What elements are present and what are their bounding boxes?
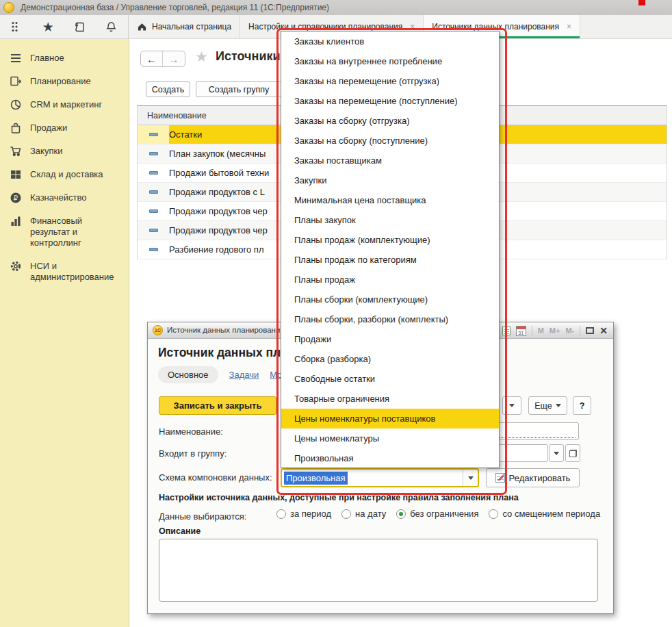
tab-home[interactable]: Начальная страница (129, 15, 240, 38)
dropdown-item[interactable]: Планы продаж (комплектующие) (281, 230, 499, 250)
sidebar-item-main[interactable]: Главное (0, 47, 127, 70)
radio-option[interactable]: за период (276, 509, 331, 519)
forward-button[interactable]: → (163, 51, 185, 66)
hamburger-icon (10, 52, 22, 64)
dropdown-item[interactable]: Заказы на перемещение (поступление) (281, 91, 499, 111)
description-textarea[interactable] (159, 539, 598, 602)
edit-schema-button[interactable]: Редактировать (486, 468, 580, 487)
dropdown-item[interactable]: Продажи (281, 329, 499, 349)
radio-icon (341, 509, 351, 519)
save-and-close-button[interactable]: Записать и закрыть (159, 396, 276, 415)
item-marker-cell (138, 125, 169, 144)
window-title: Демонстрационная база / Управление торго… (21, 3, 329, 12)
radio-option[interactable]: со смещением периода (489, 509, 600, 519)
sidebar-item-crm[interactable]: CRM и маркетинг (0, 93, 127, 116)
planning-icon (10, 75, 22, 88)
radio-label: за период (290, 509, 331, 519)
dropdown-item[interactable]: Заказы клиентов (281, 31, 499, 51)
dropdown-item[interactable]: Заказы на сборку (поступление) (281, 131, 499, 151)
schema-selected-value: Произвольная (284, 472, 348, 485)
history-icon[interactable] (73, 20, 87, 34)
notifications-bell-icon[interactable] (105, 20, 118, 34)
group-field-label: Входит в группу: (159, 448, 227, 459)
open-window-icon (569, 450, 577, 457)
home-icon (137, 22, 147, 31)
radio-option[interactable]: без ограничения (396, 509, 478, 519)
calendar-icon[interactable]: 31 (516, 326, 526, 336)
calc-mminus-button[interactable]: M- (565, 327, 574, 335)
item-marker-cell (138, 240, 169, 259)
tab-home-label: Начальная страница (152, 22, 231, 31)
window-titlebar: Демонстрационная база / Управление торго… (0, 0, 672, 15)
sidebar-item-label: Главное (30, 53, 64, 63)
sidebar-item-admin[interactable]: НСИ и администрирование (0, 255, 127, 289)
dropdown-item[interactable]: Минимальная цена поставщика (281, 190, 499, 210)
radio-option[interactable]: на дату (341, 509, 386, 519)
service-menu-icon[interactable] (10, 20, 23, 34)
favorite-star-icon[interactable]: ★ (195, 49, 208, 65)
dropdown-item[interactable]: Заказы на перемещение (отгрузка) (281, 71, 499, 91)
description-label: Описание (159, 526, 201, 536)
chevron-down-icon (468, 476, 474, 480)
create-button[interactable]: Создать (146, 81, 190, 97)
recording-red-dot (638, 0, 645, 5)
sidebar-item-planning[interactable]: Планирование (0, 70, 127, 93)
group-open-button[interactable] (565, 444, 580, 462)
dropdown-item[interactable]: Свободные остатки (281, 369, 499, 389)
edit-schema-label: Редактировать (509, 473, 571, 483)
back-button[interactable]: ← (141, 51, 163, 66)
dropdown-item[interactable]: Товарные ограничения (281, 389, 499, 409)
schema-combobox[interactable]: Произвольная (281, 468, 479, 487)
dropdown-item[interactable]: Закупки (281, 170, 499, 190)
dropdown-item[interactable]: Планы сборки (комплектующие) (281, 290, 499, 309)
history-nav: ← → (140, 51, 185, 67)
dropdown-item[interactable]: Планы продаж по категориям (281, 250, 499, 270)
dropdown-item[interactable]: Заказы поставщикам (281, 151, 499, 170)
separator (532, 326, 532, 335)
dropdown-item[interactable]: Планы продаж (281, 270, 499, 290)
dropdown-item[interactable]: Заказы на сборку (отгрузка) (281, 111, 499, 131)
tab-main[interactable]: Основное (158, 366, 218, 383)
1c-logo-icon: 1С (153, 325, 163, 335)
sidebar-item-treasury[interactable]: ₽ Казначейство (0, 186, 127, 209)
cart-icon (10, 145, 22, 157)
more-button-label: Еще (534, 401, 552, 411)
dropdown-item[interactable]: Цены номенклатуры поставщиков (281, 409, 499, 428)
spreadsheet-icon[interactable] (502, 327, 511, 335)
dash-icon (149, 229, 158, 232)
dropdown-item[interactable]: Сборка (разборка) (281, 349, 499, 369)
bar-chart-icon (10, 215, 22, 227)
tab-tasks[interactable]: Задачи (229, 370, 259, 380)
help-button[interactable]: ? (573, 396, 591, 415)
tab-close-icon[interactable]: × (410, 22, 415, 31)
sidebar-item-warehouse[interactable]: Склад и доставка (0, 163, 127, 186)
dropdown-item[interactable]: Планы сборки, разборки (комплекты) (281, 309, 499, 329)
radio-icon (489, 509, 498, 519)
combobox-arrow-button[interactable] (463, 470, 478, 486)
more-button[interactable]: Еще (528, 396, 567, 415)
dropdown-item[interactable]: Произвольная (281, 448, 499, 468)
radio-label: без ограничения (410, 509, 478, 519)
dropdown-item[interactable]: Цены номенклатуры (281, 428, 499, 448)
1c-logo-icon (3, 2, 14, 13)
create-group-button[interactable]: Создать группу (196, 81, 282, 97)
calc-mplus-button[interactable]: M+ (550, 327, 560, 335)
sidebar-item-sales[interactable]: Продажи (0, 116, 127, 140)
close-icon[interactable]: ✕ (599, 326, 608, 335)
dropdown-item[interactable]: Заказы на внутреннее потребление (281, 51, 499, 71)
tab-close-icon[interactable]: × (567, 22, 571, 31)
dialog-controls: 31 M M+ M- ✕ (502, 322, 608, 339)
group-dropdown-button[interactable] (549, 444, 564, 462)
item-marker-cell (138, 164, 169, 182)
maximize-icon[interactable] (586, 327, 594, 334)
favorites-star-icon[interactable]: ★ (41, 20, 55, 34)
name-field-label: Наименование: (159, 426, 223, 437)
sidebar-item-purchases[interactable]: Закупки (0, 140, 127, 163)
calc-m-button[interactable]: M (538, 327, 544, 335)
dash-icon (149, 152, 158, 155)
dropdown-item[interactable]: Планы закупок (281, 210, 499, 230)
sidebar-item-finance[interactable]: Финансовый результат и контроллинг (0, 209, 127, 255)
tab-settings-label: Настройки и справочники планирования (248, 22, 402, 31)
partial-dropdown-button[interactable] (502, 396, 521, 415)
dash-icon (149, 190, 158, 194)
